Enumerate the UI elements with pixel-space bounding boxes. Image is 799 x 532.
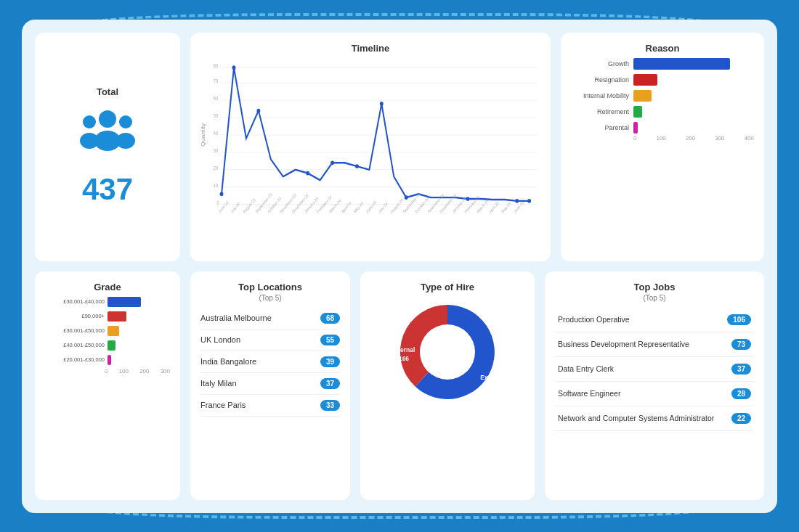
svg-text:March-25: March-25 xyxy=(476,198,489,214)
location-badge: 55 xyxy=(320,335,340,345)
job-name: Data Entry Clerk xyxy=(558,364,731,373)
job-name: Network and Computer Systems Administrat… xyxy=(558,414,731,422)
reason-bar xyxy=(633,122,638,134)
location-row: France Paris 33 xyxy=(200,395,340,417)
hire-card: Type of Hire xyxy=(360,271,535,500)
job-badge: 28 xyxy=(731,388,751,399)
grade-axis: 0 100 200 300 xyxy=(45,368,170,375)
svg-text:April-24: April-24 xyxy=(341,200,352,214)
svg-point-29 xyxy=(330,160,334,165)
jobs-subtitle: (Top 5) xyxy=(555,294,754,302)
svg-point-26 xyxy=(232,65,236,70)
svg-text:Quantity: Quantity xyxy=(200,123,206,146)
reason-title: Reason xyxy=(571,43,754,54)
reason-bar-label: Internal Mobility xyxy=(571,92,629,99)
svg-text:269: 269 xyxy=(487,382,498,390)
jobs-list: Production Operative 106 Business Develo… xyxy=(555,308,754,431)
svg-point-31 xyxy=(380,102,384,106)
reason-bar-row: Growth xyxy=(571,58,754,70)
timeline-chart: Quantity 0 10 20 30 40 50 60 70 80 xyxy=(200,55,540,215)
svg-point-28 xyxy=(306,171,309,175)
svg-text:June-24: June-24 xyxy=(365,200,377,213)
job-name: Business Development Representative xyxy=(558,340,731,348)
locations-title: Top Locations xyxy=(200,282,340,292)
location-row: UK London 55 xyxy=(200,330,340,351)
svg-text:June-25: June-25 xyxy=(513,200,524,213)
svg-point-5 xyxy=(116,133,135,149)
locations-card: Top Locations (Top 5) Australia Melbourn… xyxy=(190,271,350,500)
svg-text:50: 50 xyxy=(214,112,219,118)
svg-text:60: 60 xyxy=(214,95,219,101)
svg-text:10: 10 xyxy=(214,182,219,188)
job-row: Software Engineer 28 xyxy=(555,382,754,406)
reason-bar-wrap xyxy=(633,90,754,102)
svg-text:70: 70 xyxy=(214,78,219,83)
location-name: UK London xyxy=(200,335,240,344)
job-name: Software Engineer xyxy=(558,389,731,398)
grade-bar-row: £20,001-£30,000 xyxy=(45,355,170,365)
people-icon xyxy=(75,105,140,165)
job-badge: 22 xyxy=(731,413,751,424)
job-name: Production Operative xyxy=(558,315,727,324)
job-row: Business Development Representative 73 xyxy=(555,332,754,357)
svg-text:Internal: Internal xyxy=(393,346,415,353)
location-badge: 37 xyxy=(320,378,340,389)
svg-text:August-24: August-24 xyxy=(390,197,404,213)
grade-bar-label: £30,001-£50,000 xyxy=(45,327,105,334)
svg-text:20: 20 xyxy=(214,165,219,171)
location-row: India Bangalore 39 xyxy=(200,351,340,373)
donut-chart: Internal 166 External 269 xyxy=(382,294,513,410)
reason-chart: Growth Resignation Internal Mobility Ret… xyxy=(571,58,754,134)
grade-bar-wrap xyxy=(108,311,170,322)
grade-bar xyxy=(108,326,119,336)
reason-bar-row: Internal Mobility xyxy=(571,90,754,102)
bottom-row: Grade £30,001-£40,000 £90,000+ £30,001-£… xyxy=(35,271,764,500)
reason-bar xyxy=(633,90,652,102)
reason-bar-wrap xyxy=(633,58,754,70)
grade-bar-label: £40,001-£50,000 xyxy=(45,342,105,348)
grade-title: Grade xyxy=(45,282,170,292)
job-badge: 73 xyxy=(731,339,751,350)
grade-bar-label: £20,001-£30,000 xyxy=(45,356,105,363)
reason-card: Reason Growth Resignation Internal Mobil… xyxy=(561,33,764,261)
svg-text:40: 40 xyxy=(214,130,219,136)
job-row: Network and Computer Systems Administrat… xyxy=(555,406,754,431)
reason-bar-row: Resignation xyxy=(571,74,754,86)
svg-text:30: 30 xyxy=(214,147,219,153)
location-badge: 39 xyxy=(320,356,340,367)
svg-point-27 xyxy=(256,108,260,112)
locations-subtitle: (Top 5) xyxy=(200,294,340,302)
svg-text:July-24: July-24 xyxy=(378,201,389,214)
svg-point-30 xyxy=(355,164,359,168)
grade-chart: £30,001-£40,000 £90,000+ £30,001-£50,000… xyxy=(45,297,170,365)
svg-point-34 xyxy=(515,199,519,203)
location-row: Italy Milan 37 xyxy=(200,373,340,395)
svg-text:June-23: June-23 xyxy=(217,200,229,213)
svg-point-61 xyxy=(420,324,475,380)
location-name: Italy Milan xyxy=(200,379,237,388)
main-dashboard-card: Total 437 Timeline xyxy=(22,20,777,513)
grade-bar-row: £90,000+ xyxy=(45,311,170,322)
location-badge: 33 xyxy=(320,400,340,411)
svg-point-3 xyxy=(80,133,99,149)
job-row: Data Entry Clerk 37 xyxy=(555,357,754,382)
grade-bar-label: £90,000+ xyxy=(45,313,105,319)
grade-bar-wrap xyxy=(108,297,170,307)
svg-point-4 xyxy=(119,115,132,128)
location-name: France Paris xyxy=(200,401,246,409)
reason-bar-label: Parental xyxy=(571,124,629,131)
reason-bar xyxy=(633,106,642,118)
svg-text:May-25: May-25 xyxy=(500,200,511,213)
svg-text:0: 0 xyxy=(217,200,220,205)
reason-bar-row: Parental xyxy=(571,122,754,134)
reason-bar-wrap xyxy=(633,74,754,86)
grade-card: Grade £30,001-£40,000 £90,000+ £30,001-£… xyxy=(35,271,180,500)
grade-bar-row: £30,001-£40,000 xyxy=(45,297,170,307)
grade-bar-label: £30,001-£40,000 xyxy=(45,298,105,305)
grade-bar xyxy=(108,340,115,351)
svg-text:External: External xyxy=(480,374,505,381)
location-row: Australia Melbourne 68 xyxy=(200,308,340,330)
svg-point-32 xyxy=(405,195,408,200)
jobs-title: Top Jobs xyxy=(555,282,754,292)
reason-bar-row: Retirement xyxy=(571,106,754,118)
